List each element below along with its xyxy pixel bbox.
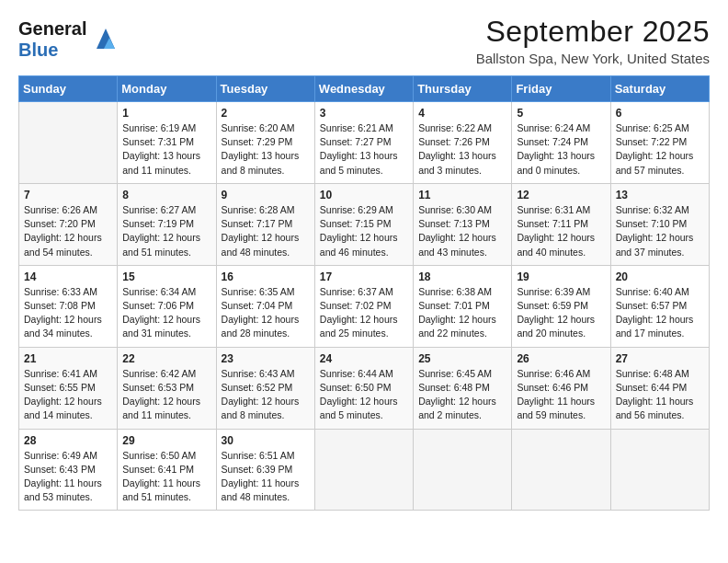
- day-info: Sunrise: 6:42 AMSunset: 6:53 PMDaylight:…: [122, 367, 210, 423]
- day-cell: 5Sunrise: 6:24 AMSunset: 7:24 PMDaylight…: [512, 102, 610, 184]
- day-info: Sunrise: 6:28 AMSunset: 7:17 PMDaylight:…: [222, 203, 310, 259]
- day-info: Sunrise: 6:41 AMSunset: 6:55 PMDaylight:…: [24, 367, 112, 423]
- day-number: 13: [616, 189, 704, 201]
- day-number: 19: [517, 270, 605, 283]
- day-info: Sunrise: 6:38 AMSunset: 7:01 PMDaylight:…: [418, 285, 506, 341]
- day-info: Sunrise: 6:21 AMSunset: 7:27 PMDaylight:…: [320, 121, 408, 178]
- day-number: 24: [320, 352, 408, 365]
- day-cell: 9Sunrise: 6:28 AMSunset: 7:17 PMDaylight…: [216, 183, 314, 265]
- logo-general: General: [18, 18, 86, 40]
- day-cell: 11Sunrise: 6:30 AMSunset: 7:13 PMDayligh…: [414, 183, 512, 265]
- month-title: September 2025: [476, 15, 710, 49]
- day-number: 16: [222, 270, 310, 283]
- day-cell: 25Sunrise: 6:45 AMSunset: 6:48 PMDayligh…: [414, 347, 512, 429]
- day-cell: 15Sunrise: 6:34 AMSunset: 7:06 PMDayligh…: [118, 265, 216, 347]
- day-cell: 19Sunrise: 6:39 AMSunset: 6:59 PMDayligh…: [512, 265, 610, 347]
- day-cell: 23Sunrise: 6:43 AMSunset: 6:52 PMDayligh…: [216, 347, 314, 429]
- day-number: 14: [24, 270, 112, 283]
- day-cell: 20Sunrise: 6:40 AMSunset: 6:57 PMDayligh…: [610, 265, 709, 347]
- day-cell: 24Sunrise: 6:44 AMSunset: 6:50 PMDayligh…: [314, 347, 413, 429]
- day-cell: 26Sunrise: 6:46 AMSunset: 6:46 PMDayligh…: [512, 347, 610, 429]
- day-info: Sunrise: 6:31 AMSunset: 7:11 PMDaylight:…: [517, 203, 605, 259]
- col-saturday: Saturday: [610, 76, 709, 102]
- day-number: 15: [122, 270, 210, 283]
- day-number: 9: [222, 189, 310, 201]
- day-info: Sunrise: 6:26 AMSunset: 7:20 PMDaylight:…: [24, 203, 112, 259]
- day-info: Sunrise: 6:51 AMSunset: 6:39 PMDaylight:…: [222, 449, 310, 505]
- col-friday: Friday: [512, 76, 610, 102]
- col-wednesday: Wednesday: [314, 76, 413, 102]
- week-row-4: 21Sunrise: 6:41 AMSunset: 6:55 PMDayligh…: [19, 347, 710, 429]
- col-thursday: Thursday: [414, 76, 512, 102]
- week-row-5: 28Sunrise: 6:49 AMSunset: 6:43 PMDayligh…: [19, 429, 710, 511]
- day-cell: 30Sunrise: 6:51 AMSunset: 6:39 PMDayligh…: [216, 429, 314, 511]
- day-cell: 12Sunrise: 6:31 AMSunset: 7:11 PMDayligh…: [512, 183, 610, 265]
- day-info: Sunrise: 6:40 AMSunset: 6:57 PMDaylight:…: [616, 285, 704, 341]
- day-number: 8: [122, 189, 210, 201]
- day-info: Sunrise: 6:37 AMSunset: 7:02 PMDaylight:…: [320, 285, 408, 341]
- day-number: 18: [418, 270, 506, 283]
- title-block: September 2025 Ballston Spa, New York, U…: [476, 15, 710, 66]
- day-number: 21: [24, 352, 112, 365]
- day-number: 25: [418, 352, 506, 365]
- day-info: Sunrise: 6:30 AMSunset: 7:13 PMDaylight:…: [418, 203, 506, 259]
- logo: General Blue: [18, 18, 122, 61]
- day-number: 4: [418, 107, 506, 120]
- day-number: 10: [320, 189, 408, 201]
- col-monday: Monday: [118, 76, 216, 102]
- location: Ballston Spa, New York, United States: [476, 51, 710, 66]
- week-row-2: 7Sunrise: 6:26 AMSunset: 7:20 PMDaylight…: [19, 183, 710, 265]
- day-info: Sunrise: 6:27 AMSunset: 7:19 PMDaylight:…: [122, 203, 210, 259]
- day-number: 12: [517, 189, 605, 201]
- day-info: Sunrise: 6:29 AMSunset: 7:15 PMDaylight:…: [320, 203, 408, 259]
- header: General Blue September 2025 Ballston Spa…: [18, 15, 710, 66]
- day-cell: 2Sunrise: 6:20 AMSunset: 7:29 PMDaylight…: [216, 102, 314, 184]
- day-info: Sunrise: 6:49 AMSunset: 6:43 PMDaylight:…: [24, 449, 112, 505]
- day-info: Sunrise: 6:35 AMSunset: 7:04 PMDaylight:…: [222, 285, 310, 341]
- day-info: Sunrise: 6:39 AMSunset: 6:59 PMDaylight:…: [517, 285, 605, 341]
- header-row: Sunday Monday Tuesday Wednesday Thursday…: [19, 76, 710, 102]
- day-info: Sunrise: 6:22 AMSunset: 7:26 PMDaylight:…: [418, 121, 506, 178]
- day-info: Sunrise: 6:45 AMSunset: 6:48 PMDaylight:…: [418, 367, 506, 423]
- day-cell: 7Sunrise: 6:26 AMSunset: 7:20 PMDaylight…: [19, 183, 118, 265]
- day-cell: 3Sunrise: 6:21 AMSunset: 7:27 PMDaylight…: [314, 102, 413, 184]
- week-row-3: 14Sunrise: 6:33 AMSunset: 7:08 PMDayligh…: [19, 265, 710, 347]
- day-info: Sunrise: 6:34 AMSunset: 7:06 PMDaylight:…: [122, 285, 210, 341]
- day-info: Sunrise: 6:43 AMSunset: 6:52 PMDaylight:…: [222, 367, 310, 423]
- day-cell: 29Sunrise: 6:50 AMSunset: 6:41 PMDayligh…: [118, 429, 216, 511]
- day-cell: 13Sunrise: 6:32 AMSunset: 7:10 PMDayligh…: [610, 183, 709, 265]
- day-info: Sunrise: 6:33 AMSunset: 7:08 PMDaylight:…: [24, 285, 112, 341]
- page-container: General Blue September 2025 Ballston Spa…: [0, 0, 728, 525]
- col-sunday: Sunday: [19, 76, 118, 102]
- day-info: Sunrise: 6:32 AMSunset: 7:10 PMDaylight:…: [616, 203, 704, 259]
- day-cell: 6Sunrise: 6:25 AMSunset: 7:22 PMDaylight…: [610, 102, 709, 184]
- day-number: 2: [222, 107, 310, 120]
- day-cell: 4Sunrise: 6:22 AMSunset: 7:26 PMDaylight…: [414, 102, 512, 184]
- day-number: 11: [418, 189, 506, 201]
- day-number: 5: [517, 107, 605, 120]
- day-number: 7: [24, 189, 112, 201]
- day-number: 22: [122, 352, 210, 365]
- day-number: 17: [320, 270, 408, 283]
- day-number: 3: [320, 107, 408, 120]
- day-cell: 28Sunrise: 6:49 AMSunset: 6:43 PMDayligh…: [19, 429, 118, 511]
- day-cell: 27Sunrise: 6:48 AMSunset: 6:44 PMDayligh…: [610, 347, 709, 429]
- day-number: 6: [616, 107, 704, 120]
- day-cell: [314, 429, 413, 511]
- day-info: Sunrise: 6:24 AMSunset: 7:24 PMDaylight:…: [517, 121, 605, 178]
- day-cell: [610, 429, 709, 511]
- day-number: 20: [616, 270, 704, 283]
- day-info: Sunrise: 6:20 AMSunset: 7:29 PMDaylight:…: [222, 121, 310, 178]
- day-info: Sunrise: 6:46 AMSunset: 6:46 PMDaylight:…: [517, 367, 605, 423]
- day-number: 30: [222, 434, 310, 447]
- day-number: 28: [24, 434, 112, 447]
- day-cell: 16Sunrise: 6:35 AMSunset: 7:04 PMDayligh…: [216, 265, 314, 347]
- logo-icon: [89, 23, 122, 56]
- day-number: 29: [122, 434, 210, 447]
- col-tuesday: Tuesday: [216, 76, 314, 102]
- day-number: 26: [517, 352, 605, 365]
- day-info: Sunrise: 6:19 AMSunset: 7:31 PMDaylight:…: [122, 121, 210, 178]
- day-info: Sunrise: 6:50 AMSunset: 6:41 PMDaylight:…: [122, 449, 210, 505]
- day-cell: [19, 102, 118, 184]
- day-cell: 17Sunrise: 6:37 AMSunset: 7:02 PMDayligh…: [314, 265, 413, 347]
